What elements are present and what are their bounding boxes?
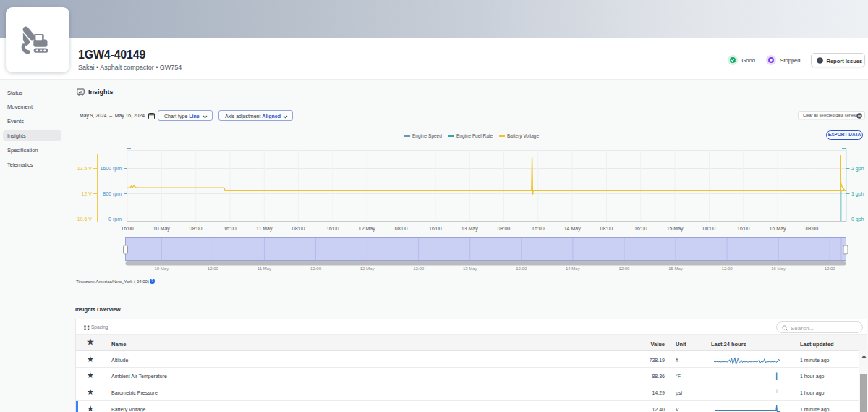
svg-text:16:00: 16:00 — [737, 226, 750, 231]
svg-text:12:00: 12:00 — [722, 266, 733, 271]
svg-text:08:00: 08:00 — [806, 226, 819, 231]
svg-text:12:00: 12:00 — [310, 266, 322, 271]
svg-text:16:00: 16:00 — [224, 226, 237, 231]
svg-text:12:00: 12:00 — [618, 266, 630, 271]
svg-text:2 gph: 2 gph — [851, 166, 864, 172]
svg-text:800 rpm: 800 rpm — [103, 191, 122, 197]
svg-text:1 gph: 1 gph — [851, 191, 864, 197]
svg-text:08:00: 08:00 — [292, 226, 305, 231]
svg-text:08:00: 08:00 — [498, 226, 511, 231]
svg-text:12 V: 12 V — [82, 191, 93, 196]
svg-text:12 May: 12 May — [360, 266, 375, 271]
svg-text:13 May: 13 May — [463, 266, 477, 271]
svg-text:12:00: 12:00 — [208, 266, 219, 271]
svg-text:12:00: 12:00 — [516, 266, 527, 271]
svg-text:0 rpm: 0 rpm — [109, 216, 122, 222]
svg-text:10 May: 10 May — [154, 266, 169, 271]
svg-text:16 May: 16 May — [771, 266, 786, 271]
svg-text:16:00: 16:00 — [634, 226, 647, 231]
svg-text:14 May: 14 May — [566, 266, 580, 271]
svg-text:08:00: 08:00 — [600, 226, 613, 231]
svg-text:08:00: 08:00 — [703, 226, 716, 231]
svg-text:13.5 V: 13.5 V — [77, 166, 93, 171]
svg-text:1600 rpm: 1600 rpm — [100, 166, 122, 172]
svg-text:16:00: 16:00 — [121, 226, 134, 231]
svg-text:16:00: 16:00 — [532, 226, 545, 231]
svg-text:10.5 V: 10.5 V — [77, 216, 93, 222]
svg-text:14 May: 14 May — [564, 226, 581, 232]
svg-text:08:00: 08:00 — [395, 226, 408, 231]
svg-text:11 May: 11 May — [258, 266, 271, 271]
svg-text:0 gph: 0 gph — [851, 216, 864, 222]
svg-text:16:00: 16:00 — [326, 226, 339, 231]
svg-text:11 May: 11 May — [256, 226, 273, 232]
svg-text:12:00: 12:00 — [413, 266, 425, 271]
svg-text:16:00: 16:00 — [429, 226, 442, 231]
svg-text:08:00: 08:00 — [190, 226, 203, 231]
svg-text:10 May: 10 May — [153, 226, 170, 232]
svg-text:12 May: 12 May — [359, 226, 375, 232]
svg-text:16 May: 16 May — [770, 226, 786, 232]
svg-text:12:00: 12:00 — [825, 266, 836, 271]
svg-text:?: ? — [151, 279, 153, 283]
svg-text:15 May: 15 May — [668, 266, 683, 271]
svg-text:15 May: 15 May — [667, 226, 684, 232]
svg-text:13 May: 13 May — [461, 226, 478, 232]
